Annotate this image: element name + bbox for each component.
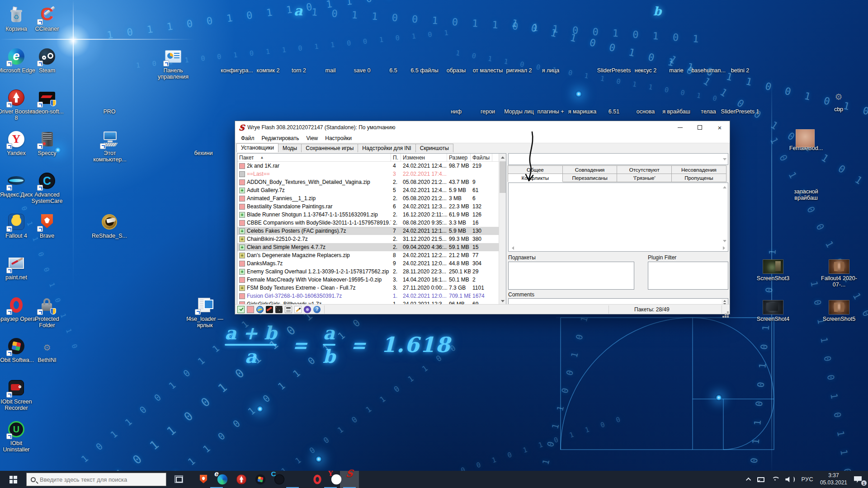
details-tab-несовпадения[interactable]: Несовпадения: [671, 165, 726, 174]
desktop-icon[interactable]: FemaleBod...: [786, 127, 826, 151]
subpackages-box[interactable]: [508, 262, 634, 290]
taskbar-clock[interactable]: 3:37 05.03.2021: [816, 472, 851, 486]
desktop-icon[interactable]: я лица: [531, 47, 571, 74]
details-tab-грязные[interactable]: 'Грязные': [617, 174, 672, 182]
maximize-button[interactable]: [690, 121, 710, 134]
desktop-icon[interactable]: Панель управления: [153, 47, 193, 80]
notification-center-button[interactable]: 1: [851, 471, 868, 488]
desktop-icon[interactable]: IObit Screen Recorder: [0, 378, 36, 412]
start-button[interactable]: [0, 471, 26, 488]
desktop-icon[interactable]: ReShade_S...: [90, 212, 129, 239]
menu-редактировать[interactable]: Редактировать: [259, 134, 302, 142]
tray-network-button[interactable]: [768, 471, 782, 488]
desktop-icon[interactable]: Этот компьютер...: [90, 130, 130, 163]
desktop-icon[interactable]: radeon-soft...: [27, 88, 67, 115]
table-row[interactable]: +ChainBikini-22510-2-2.7z 2. 31.12.2020 …: [237, 235, 506, 243]
task-view-button[interactable]: [170, 471, 188, 488]
tab-установщики[interactable]: Установщики: [236, 143, 278, 152]
title-bar[interactable]: S Wrye Flash 308.202102072147 (Standalon…: [235, 121, 730, 134]
plugin-filter-box[interactable]: [648, 262, 728, 290]
column-p[interactable]: П.: [391, 154, 401, 161]
desktop-icon[interactable]: C CCleaner: [27, 5, 67, 32]
details-tab-перезаписаны[interactable]: Перезаписаны: [562, 174, 618, 182]
taskbar-iobit-button[interactable]: [245, 471, 264, 488]
desktop-icon[interactable]: paint.net: [0, 254, 36, 281]
desktop-icon[interactable]: Brave: [27, 212, 67, 239]
taskbar-edge-button[interactable]: e: [207, 471, 226, 488]
taskbar-search[interactable]: [26, 473, 166, 486]
table-row[interactable]: +Blade Runner Shotgun 1.1-37647-1-1-1551…: [237, 211, 506, 219]
table-row[interactable]: ADDON_Body_Textures_With_Detailed_Vagina…: [237, 178, 506, 186]
conflicts-scroll-up[interactable]: [722, 184, 728, 190]
tab-скриншоты[interactable]: Скриншоты: [415, 144, 453, 152]
table-row[interactable]: +Dan's Degenerate Magazine Replacers.zip…: [237, 251, 506, 259]
table-row[interactable]: +Adult Gallery.7z 5 24.02.2021 12:4... 5…: [237, 186, 506, 194]
desktop-icon[interactable]: betini 2: [720, 47, 760, 74]
desktop-icon[interactable]: ScreenShot4: [753, 297, 793, 322]
search-input[interactable]: [40, 476, 153, 483]
edit-icon[interactable]: [294, 306, 302, 313]
taskbar-file-explorer-button[interactable]: [283, 471, 302, 488]
help-icon[interactable]: ?: [313, 306, 321, 313]
scrollbar-thumb[interactable]: [500, 161, 506, 193]
clean-data-icon[interactable]: [266, 306, 273, 313]
auto-anneal-checkbox[interactable]: [237, 306, 245, 313]
details-tab-совпадения[interactable]: Совпадения: [562, 165, 618, 174]
doc-browser-icon[interactable]: [285, 306, 292, 313]
desktop-icon[interactable]: ScreenShot3: [753, 257, 793, 282]
details-tab-пропущены[interactable]: Пропущены: [671, 174, 726, 182]
conflicts-scroll-down[interactable]: [722, 238, 728, 244]
column-files[interactable]: Файлы: [471, 154, 492, 161]
table-row[interactable]: ==Last== 3 22.02.2021 17:4...: [237, 170, 506, 178]
conflicts-scroll-right[interactable]: [721, 245, 727, 251]
taskbar-brave-button[interactable]: [188, 471, 207, 488]
table-row[interactable]: Animated_Fannies__1_1.zip 2. 05.08.2020 …: [237, 194, 506, 202]
tab-моды[interactable]: Моды: [278, 144, 302, 152]
table-row[interactable]: DanksMags.7z 9 24.02.2021 12:0... 44.8 M…: [237, 259, 506, 267]
conflicts-scroll-left[interactable]: [509, 245, 516, 251]
menu-настройки[interactable]: Настройки: [322, 134, 355, 142]
menu-view[interactable]: View: [303, 134, 321, 142]
tab-надстройки для ini[interactable]: Надстройки для INI: [358, 144, 415, 152]
desktop-icon[interactable]: C Advanced SystemCare: [27, 171, 67, 205]
desktop-icon[interactable]: SliderPresets 1: [720, 88, 760, 115]
column-modified[interactable]: Изменен: [401, 154, 447, 161]
desktop-icon[interactable]: ⚙ cbp: [819, 86, 859, 113]
desktop-icon[interactable]: бехини: [184, 130, 223, 156]
table-row[interactable]: Fusion Girl-37268-1-80-1606350391.7z 1. …: [237, 292, 506, 300]
desktop-icon[interactable]: Protected Folder: [27, 296, 67, 329]
list-scrollbar[interactable]: [499, 154, 506, 305]
tray-chevron-button[interactable]: [744, 471, 754, 488]
desktop-icon[interactable]: Steam: [27, 47, 67, 74]
details-tab-конфликты[interactable]: Конфликты: [508, 174, 563, 182]
table-row[interactable]: +FSM Body Textures Extreme - Clean - Ful…: [237, 284, 506, 292]
taskbar-wrye-flash-button[interactable]: S: [340, 471, 359, 488]
tray-cast-button[interactable]: [754, 471, 768, 488]
scroll-down-arrow[interactable]: [499, 297, 506, 305]
column-size[interactable]: Размер: [447, 154, 471, 161]
open-website-icon[interactable]: [256, 306, 264, 313]
menu-файл[interactable]: Файл: [238, 134, 258, 142]
info-scroll-icon[interactable]: [722, 156, 728, 162]
list-header[interactable]: Пакет▲ П. Изменен Размер Файлы: [237, 154, 506, 162]
obse-toggle-icon[interactable]: [275, 306, 283, 313]
table-row[interactable]: Beastiality Standalone Paintings.rar 6 2…: [237, 202, 506, 211]
column-package[interactable]: Пакет▲: [237, 154, 391, 161]
desktop-icon[interactable]: запасной врайбаш: [786, 168, 826, 202]
minimize-button[interactable]: [670, 121, 690, 134]
table-row[interactable]: Female MacCready With Voice Makeover-195…: [237, 276, 506, 284]
conflicts-text-area[interactable]: [508, 183, 728, 252]
desktop-icon[interactable]: ScreenShot5: [819, 297, 859, 322]
boss-launch-icon[interactable]: [304, 306, 311, 313]
taskbar-opera-button[interactable]: [302, 471, 321, 488]
table-row[interactable]: +Enemy Scaling Overhaul 1.2.1-3039-1-2-1…: [237, 267, 506, 276]
desktop-icon[interactable]: U IObit Uninstaller: [0, 420, 36, 453]
taskbar-driver-booster-button[interactable]: [226, 471, 245, 488]
desktop-icon[interactable]: PRO: [90, 88, 129, 115]
desktop-icon[interactable]: Speccy: [27, 130, 67, 156]
table-row[interactable]: CBBE Companions with BodySlide-32011-1-1…: [237, 219, 506, 227]
desktop-icon[interactable]: Fallout4 2020-07-...: [819, 257, 859, 288]
tab-сохраненные игры[interactable]: Сохраненные игры: [301, 144, 358, 152]
table-row[interactable]: 2k and 1K.rar 4 24.02.2021 12:4... 98.7 …: [237, 162, 506, 170]
desktop-icon[interactable]: f4se_loader — ярлык: [185, 296, 225, 329]
